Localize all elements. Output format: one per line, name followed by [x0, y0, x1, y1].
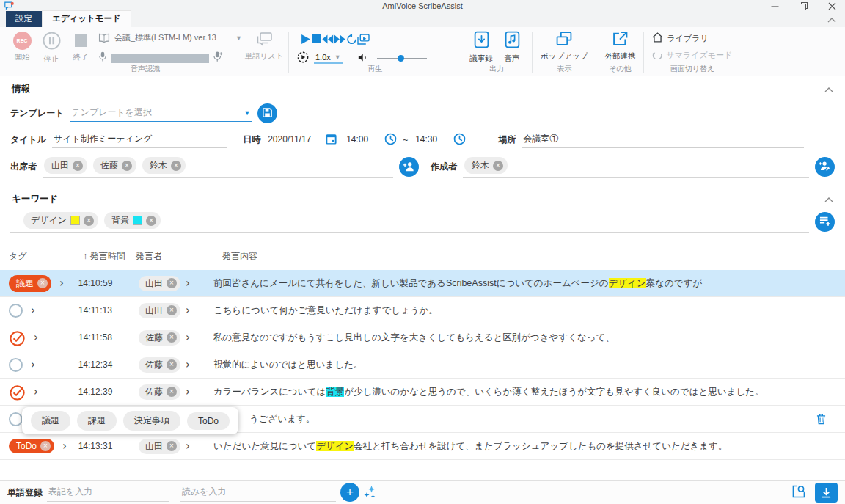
- speech-text[interactable]: 前回皆さんにメールにて共有をした、新しい製品であるScribeAssistについ…: [208, 277, 845, 290]
- mic-add-icon[interactable]: [213, 51, 223, 65]
- collapse-info-icon[interactable]: [824, 84, 833, 95]
- speech-text[interactable]: 視覚的によいのではと思いました。: [208, 359, 845, 371]
- reading-input[interactable]: 読みを入力: [180, 483, 336, 502]
- volume-slider-knob[interactable]: [398, 55, 404, 62]
- person-chip[interactable]: 山田×: [139, 276, 180, 291]
- close-button[interactable]: [828, 2, 836, 10]
- remove-icon[interactable]: ×: [167, 278, 177, 288]
- record-pause-button[interactable]: 停止: [37, 31, 66, 65]
- add-word-button[interactable]: +: [340, 483, 359, 502]
- record-start-button[interactable]: REC 開始: [7, 31, 37, 62]
- doc-search-icon[interactable]: [791, 484, 806, 501]
- sparkles-icon[interactable]: [362, 484, 377, 500]
- title-input[interactable]: サイト制作ミーティング: [52, 131, 227, 148]
- remove-icon[interactable]: ×: [84, 216, 94, 226]
- tag-check-icon[interactable]: [9, 384, 26, 401]
- remove-icon[interactable]: ×: [73, 161, 83, 171]
- export-audio-button[interactable]: 音声: [499, 31, 525, 64]
- tag-option[interactable]: 議題: [31, 411, 70, 431]
- keyword-chip[interactable]: 背景×: [104, 212, 161, 229]
- table-row[interactable]: › 14:11:13 山田×› こちらについて何かご意見いただけますでしょうか。: [0, 297, 845, 324]
- expand-chevron-icon[interactable]: ›: [59, 278, 64, 289]
- place-input[interactable]: 会議室①: [522, 131, 804, 148]
- add-keyword-button[interactable]: [815, 212, 835, 232]
- expand-chevron-icon[interactable]: ›: [186, 278, 190, 289]
- keyword-chips[interactable]: デザイン×背景×: [10, 211, 809, 233]
- speech-text[interactable]: いただいた意見についてデザイン会社と打ち合わせを設けて、またブラッシュアップした…: [208, 440, 845, 453]
- engine-select[interactable]: 会議_標準(LSTM-LM) ver.13▼: [114, 32, 242, 45]
- person-chip[interactable]: 鈴木×: [142, 157, 186, 174]
- add-attendee-button[interactable]: [399, 157, 419, 177]
- restore-button[interactable]: [800, 2, 808, 10]
- table-row[interactable]: › 14:12:39 佐藤×› カラーバランスについては背景が少し濃いのかなと思…: [0, 379, 845, 406]
- keyword-color-swatch[interactable]: [133, 216, 142, 225]
- person-chip[interactable]: 鈴木×: [464, 157, 508, 174]
- attendee-chips[interactable]: 山田×佐藤×鈴木×: [43, 156, 393, 178]
- remove-icon[interactable]: ×: [167, 441, 177, 451]
- expand-chevron-icon[interactable]: ›: [31, 305, 35, 316]
- creator-chips[interactable]: 鈴木×: [463, 156, 809, 178]
- clock-icon[interactable]: [453, 133, 466, 147]
- expand-chevron-icon[interactable]: ›: [186, 441, 190, 452]
- calendar-icon[interactable]: [325, 133, 337, 147]
- expand-chevron-icon[interactable]: ›: [186, 387, 190, 398]
- tag-circle-icon[interactable]: [9, 304, 23, 318]
- fast-forward-button[interactable]: [334, 34, 346, 46]
- remove-icon[interactable]: ×: [167, 305, 177, 315]
- tab-settings[interactable]: 設定: [6, 11, 42, 27]
- download-button[interactable]: [815, 483, 838, 503]
- replay-button[interactable]: [346, 34, 357, 47]
- header-time[interactable]: ↑ 発言時間: [78, 250, 130, 263]
- date-input[interactable]: 2020/11/17: [266, 133, 322, 147]
- template-select[interactable]: テンプレートを選択 ▼: [70, 105, 252, 122]
- collapse-keywords-icon[interactable]: [824, 194, 833, 205]
- remove-icon[interactable]: ×: [167, 387, 177, 397]
- expand-chevron-icon[interactable]: ›: [186, 332, 190, 343]
- table-row[interactable]: うございます。 議題課題決定事項ToDo: [0, 406, 845, 433]
- tag-option[interactable]: 課題: [77, 411, 117, 431]
- delete-row-icon[interactable]: [816, 413, 826, 427]
- minimize-button[interactable]: [771, 2, 779, 10]
- speech-text[interactable]: うございます。: [208, 413, 845, 426]
- playback-stop-button[interactable]: [311, 34, 321, 46]
- collapse-ribbon-icon[interactable]: [827, 15, 836, 25]
- person-chip[interactable]: 佐藤×: [93, 157, 136, 174]
- person-chip[interactable]: 佐藤×: [139, 357, 180, 373]
- tag-circle-icon[interactable]: [9, 358, 23, 372]
- expand-chevron-icon[interactable]: ›: [34, 332, 38, 343]
- expand-chevron-icon[interactable]: ›: [186, 359, 190, 370]
- save-template-button[interactable]: [257, 103, 277, 123]
- remove-icon[interactable]: ×: [171, 161, 181, 171]
- tag-option[interactable]: 決定事項: [123, 411, 180, 431]
- record-stop-button[interactable]: 終了: [66, 31, 95, 62]
- time-start-input[interactable]: 14:00: [345, 133, 380, 147]
- expand-chevron-icon[interactable]: ›: [62, 441, 67, 452]
- speech-text[interactable]: カラーバランスについては背景が少し濃いのかなと思うので、いくらか薄く整えたほうが…: [208, 386, 845, 398]
- library-button[interactable]: ライブラリ: [652, 32, 732, 44]
- tab-edit-mode[interactable]: エディットモード: [42, 10, 131, 27]
- volume-slider[interactable]: [377, 58, 427, 59]
- table-row[interactable]: › 14:11:58 佐藤×› 私の意見なのですがもうすこし見出しの文字を大きく…: [0, 324, 845, 351]
- remove-icon[interactable]: ×: [37, 278, 48, 288]
- remove-icon[interactable]: ×: [122, 161, 132, 171]
- person-chip[interactable]: 佐藤×: [139, 330, 180, 346]
- export-minutes-button[interactable]: 議事録: [468, 31, 494, 64]
- expand-chevron-icon[interactable]: ›: [34, 387, 38, 398]
- tag-option[interactable]: ToDo: [187, 412, 230, 430]
- speech-text[interactable]: 私の意見なのですがもうすこし見出しの文字を大きくしてもらえると区別がつきやすくな…: [208, 332, 845, 344]
- tag-check-icon[interactable]: [9, 329, 26, 346]
- expand-chevron-icon[interactable]: ›: [186, 305, 190, 316]
- table-row[interactable]: ToDo×› 14:13:31 山田×› いただいた意見についてデザイン会社と打…: [0, 433, 845, 460]
- external-link-button[interactable]: 外部連携: [601, 31, 638, 62]
- person-chip[interactable]: 佐藤×: [139, 384, 180, 400]
- table-row[interactable]: 議題×› 14:10:59 山田×› 前回皆さんにメールにて共有をした、新しい製…: [0, 270, 845, 297]
- edit-creator-button[interactable]: [815, 157, 835, 177]
- person-chip[interactable]: 山田×: [139, 439, 180, 454]
- continuous-play-button[interactable]: [357, 34, 370, 47]
- speed-select[interactable]: 1.0x▼: [314, 53, 343, 64]
- remove-icon[interactable]: ×: [40, 441, 51, 451]
- remove-icon[interactable]: ×: [493, 161, 503, 171]
- play-button[interactable]: [300, 34, 311, 47]
- tag-circle-icon[interactable]: [9, 412, 23, 426]
- summarize-mode-button[interactable]: サマライズモード: [652, 49, 732, 61]
